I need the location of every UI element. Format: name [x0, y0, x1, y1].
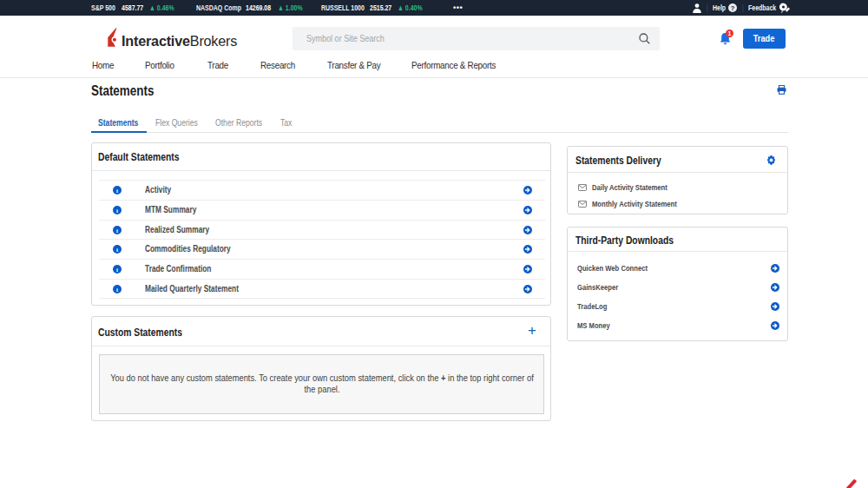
svg-text:i: i [116, 246, 118, 253]
svg-text:i: i [116, 286, 118, 293]
svg-text:i: i [116, 207, 118, 214]
svg-text:i: i [116, 227, 118, 234]
svg-text:?: ? [731, 4, 735, 12]
svg-text:i: i [116, 187, 118, 194]
svg-text:i: i [116, 266, 118, 273]
